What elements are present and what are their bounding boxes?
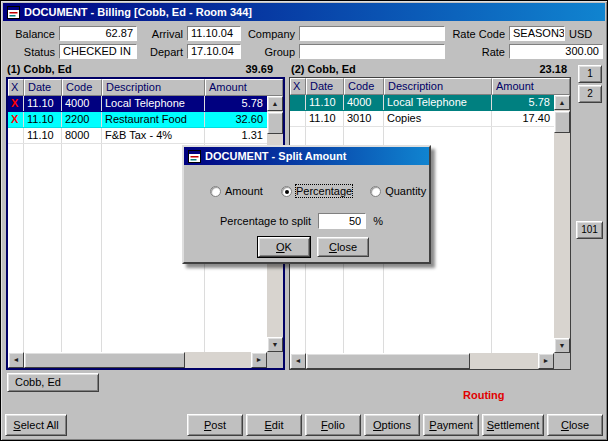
radio-percentage[interactable]: Percentage <box>281 185 352 197</box>
cell-description: Copies <box>384 111 492 126</box>
rate-code-field[interactable]: SEASON3 <box>509 26 565 41</box>
column-header-amount[interactable]: Amount <box>205 79 283 96</box>
table-row[interactable]: 11.10 8000 F&B Tax - 4% 1.31 <box>8 128 267 144</box>
arrival-field[interactable]: 11.10.04 <box>187 26 241 41</box>
company-label: Company <box>241 28 295 41</box>
radio-amount[interactable]: Amount <box>210 185 263 197</box>
cell-amount: 5.78 <box>205 96 267 111</box>
column-header-date[interactable]: Date <box>24 79 62 96</box>
column-header-x[interactable]: X <box>290 78 306 95</box>
column-header-date[interactable]: Date <box>306 78 344 95</box>
payment-button[interactable]: Payment <box>423 414 479 436</box>
dialog-titlebar[interactable]: DOCUMENT - Split Amount <box>184 147 429 165</box>
post-button[interactable]: Post <box>187 414 243 436</box>
scrollbar-thumb[interactable] <box>267 112 283 134</box>
folio-button[interactable]: Folio <box>305 414 361 436</box>
cell-description: Restaurant Food <box>102 112 205 127</box>
radio-circle-icon[interactable] <box>370 186 381 197</box>
cell-code: 4000 <box>344 95 384 110</box>
column-header-x[interactable]: X <box>8 79 24 96</box>
column-header-code[interactable]: Code <box>344 78 384 95</box>
scroll-right-button[interactable]: ► <box>538 353 554 369</box>
scrollbar-corner <box>267 352 283 368</box>
ok-button[interactable]: OK <box>258 237 310 257</box>
close-button[interactable]: Close <box>547 414 603 436</box>
percentage-field-label: Percentage to split <box>220 215 311 227</box>
scrollbar-thumb[interactable] <box>306 353 470 369</box>
options-button[interactable]: Options <box>364 414 420 436</box>
cell-x <box>8 128 24 143</box>
scroll-left-button[interactable]: ◄ <box>8 352 24 368</box>
split-dialog: DOCUMENT - Split Amount Amount Percentag… <box>182 145 431 264</box>
radio-circle-icon[interactable] <box>281 186 292 197</box>
horizontal-scrollbar[interactable]: ◄ ► <box>8 352 267 368</box>
app-icon <box>7 6 20 19</box>
cell-date: 11.10 <box>24 128 62 143</box>
percentage-field-row: Percentage to split % <box>220 213 383 229</box>
cell-x: X <box>8 112 24 127</box>
folio-tab[interactable]: Cobb, Ed <box>7 373 99 392</box>
cell-code: 8000 <box>62 128 102 143</box>
radio-quantity[interactable]: Quantity <box>370 185 426 197</box>
scroll-up-button[interactable]: ▲ <box>267 96 283 111</box>
cell-x: X <box>8 96 24 111</box>
vertical-scrollbar[interactable]: ▲ ▼ <box>554 95 570 353</box>
table-row[interactable]: X 11.10 2200 Restaurant Food 32.60 <box>8 112 267 128</box>
column-header-description[interactable]: Description <box>384 78 492 95</box>
cell-description: Local Telephone <box>102 96 205 111</box>
radio-amount-label: Amount <box>225 185 263 197</box>
table-row[interactable]: 11.10 4000 Local Telephone 5.78 <box>290 95 554 111</box>
depart-field[interactable]: 17.10.04 <box>187 44 241 59</box>
cell-date: 11.10 <box>306 111 344 126</box>
cell-code: 4000 <box>62 96 102 111</box>
scrollbar-thumb[interactable] <box>24 352 185 368</box>
column-header-amount[interactable]: Amount <box>492 78 570 95</box>
window-button-101[interactable]: 101 <box>576 221 603 239</box>
dialog-buttons: OK Close <box>198 237 429 257</box>
settlement-button[interactable]: Settlement <box>482 414 544 436</box>
scroll-left-button[interactable]: ◄ <box>290 353 306 369</box>
rate-label: Rate <box>447 46 505 59</box>
percent-sign: % <box>373 215 383 227</box>
status-field[interactable]: CHECKED IN <box>59 44 137 59</box>
depart-label: Depart <box>137 46 183 59</box>
radio-quantity-label: Quantity <box>385 185 426 197</box>
scrollbar-thumb[interactable] <box>554 111 570 133</box>
balance-field[interactable]: 62.87 <box>59 26 137 41</box>
horizontal-scrollbar[interactable]: ◄ ► <box>290 353 554 369</box>
header-panel: Balance 62.87 Arrival 11.10.04 Company R… <box>3 21 605 65</box>
balance-label: Balance <box>5 28 55 41</box>
window-button-2[interactable]: 2 <box>578 85 602 103</box>
select-all-button[interactable]: Select All <box>5 414 67 436</box>
cell-code: 3010 <box>344 111 384 126</box>
dialog-title: DOCUMENT - Split Amount <box>205 150 346 162</box>
dialog-close-button[interactable]: Close <box>317 237 369 257</box>
cell-amount: 1.31 <box>205 128 267 143</box>
folio-2-total: 23.18 <box>495 63 567 75</box>
scroll-down-button[interactable]: ▼ <box>267 337 283 352</box>
radio-percentage-label: Percentage <box>296 185 352 197</box>
edit-button[interactable]: Edit <box>246 414 302 436</box>
company-field[interactable] <box>299 26 445 41</box>
column-header-description[interactable]: Description <box>102 79 205 96</box>
application-window: DOCUMENT - Billing [Cobb, Ed - Room 344]… <box>0 0 608 441</box>
folio-2-title: (2) Cobb, Ed <box>291 63 356 75</box>
scroll-down-button[interactable]: ▼ <box>554 338 570 353</box>
routing-label[interactable]: Routing <box>463 389 505 401</box>
radio-circle-icon[interactable] <box>210 186 221 197</box>
table-row[interactable]: 11.10 3010 Copies 17.40 <box>290 111 554 127</box>
rate-field[interactable]: 300.00 <box>509 44 603 59</box>
percentage-input[interactable] <box>318 213 366 229</box>
cell-date: 11.10 <box>306 95 344 110</box>
table-row[interactable]: X 11.10 4000 Local Telephone 5.78 <box>8 96 267 112</box>
scroll-up-button[interactable]: ▲ <box>554 95 570 110</box>
group-field[interactable] <box>299 44 445 59</box>
folio-1-header-row: X Date Code Description Amount <box>8 79 283 96</box>
folio-1-title: (1) Cobb, Ed <box>7 63 72 75</box>
window-titlebar[interactable]: DOCUMENT - Billing [Cobb, Ed - Room 344] <box>3 3 605 21</box>
scrollbar-corner <box>554 353 570 369</box>
scroll-right-button[interactable]: ► <box>251 352 267 368</box>
column-header-code[interactable]: Code <box>62 79 102 96</box>
window-button-1[interactable]: 1 <box>578 65 602 83</box>
arrival-label: Arrival <box>137 28 183 41</box>
